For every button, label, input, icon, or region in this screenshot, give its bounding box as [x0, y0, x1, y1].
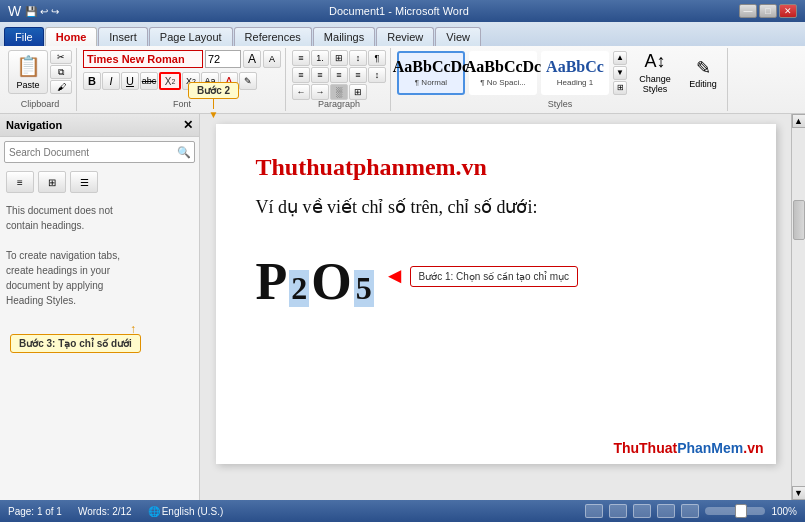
step2-arrow-line: [213, 99, 214, 109]
window-title: Document1 - Microsoft Word: [59, 5, 739, 17]
style-heading1-label: Heading 1: [557, 78, 593, 87]
style-heading1-text: AaBbCc: [546, 58, 604, 76]
paste-icon: 📋: [16, 54, 41, 78]
scroll-thumb[interactable]: [793, 200, 805, 240]
main-area: Navigation ✕ 🔍 ≡ ⊞ ☰ This document does …: [0, 114, 805, 500]
clipboard-label: Clipboard: [21, 99, 60, 109]
highlight-button[interactable]: ✎: [239, 72, 257, 90]
tab-file[interactable]: File: [4, 27, 44, 46]
title-bar-left: W 💾 ↩ ↪: [8, 3, 59, 19]
words-status: Words: 2/12: [78, 506, 132, 517]
navigation-panel: Navigation ✕ 🔍 ≡ ⊞ ☰ This document does …: [0, 114, 200, 500]
nav-close-btn[interactable]: ✕: [183, 118, 193, 132]
scroll-down-btn[interactable]: ▼: [792, 486, 806, 500]
align-right-button[interactable]: ≡: [330, 67, 348, 83]
increase-indent-btn[interactable]: →: [311, 84, 329, 100]
doc-page: Thuthuatphanmem.vn Ví dụ về viết chỉ số …: [216, 124, 776, 464]
sort-button[interactable]: ↕: [349, 50, 367, 66]
align-center-button[interactable]: ≡: [311, 67, 329, 83]
format-painter-button[interactable]: 🖌: [50, 80, 72, 94]
decrease-indent-btn[interactable]: ←: [292, 84, 310, 100]
change-styles-label: ChangeStyles: [639, 74, 671, 94]
search-input[interactable]: [5, 145, 174, 160]
italic-button[interactable]: I: [102, 72, 120, 90]
style-no-spacing-label: ¶ No Spaci...: [480, 78, 526, 87]
view-draft-btn[interactable]: [681, 504, 699, 518]
copy-button[interactable]: ⧉: [50, 65, 72, 79]
tab-home[interactable]: Home: [45, 27, 98, 46]
tab-review[interactable]: Review: [376, 27, 434, 46]
nav-view-pages[interactable]: ⊞: [38, 171, 66, 193]
step1-area: ◄ Bước 1: Chọn số cần tạo chỉ mục: [384, 263, 578, 289]
close-btn[interactable]: ✕: [779, 4, 797, 18]
editing-button[interactable]: ✎ Editing: [683, 51, 723, 95]
font-name-box[interactable]: Times New Roman: [83, 50, 203, 68]
watermark-text-1: ThuThuat: [613, 440, 677, 456]
tab-view[interactable]: View: [435, 27, 481, 46]
style-heading1[interactable]: AaBbCc Heading 1: [541, 51, 609, 95]
style-no-spacing[interactable]: AaBbCcDc ¶ No Spaci...: [469, 51, 537, 95]
change-styles-button[interactable]: A↕ ChangeStyles: [631, 51, 679, 95]
cut-button[interactable]: ✂: [50, 50, 72, 64]
doc-area[interactable]: Thuthuatphanmem.vn Ví dụ về viết chỉ số …: [200, 114, 791, 500]
decrease-font-btn[interactable]: A: [263, 50, 281, 68]
view-web-btn[interactable]: [633, 504, 651, 518]
chem-5: 5: [354, 270, 374, 307]
view-outline-btn[interactable]: [657, 504, 675, 518]
language-status: 🌐 English (U.S.): [148, 506, 224, 517]
zoom-slider[interactable]: [705, 507, 765, 515]
bold-button[interactable]: B: [83, 72, 101, 90]
show-hide-button[interactable]: ¶: [368, 50, 386, 66]
view-full-screen-btn[interactable]: [609, 504, 627, 518]
scroll-up-btn[interactable]: ▲: [792, 114, 806, 128]
tab-mailings[interactable]: Mailings: [313, 27, 375, 46]
watermark-text-3: .vn: [743, 440, 763, 456]
tab-references[interactable]: References: [234, 27, 312, 46]
ribbon-toolbar: 📋 Paste ✂ ⧉ 🖌 Clipboard Times New Roman …: [0, 46, 805, 114]
strikethrough-button[interactable]: abc: [140, 72, 158, 90]
paragraph-group: ≡ 1. ⊞ ↕ ¶ ≡ ≡ ≡ ≡ ↕ ← → ░ ⊞: [288, 48, 391, 111]
tab-insert[interactable]: Insert: [98, 27, 148, 46]
bullets-button[interactable]: ≡: [292, 50, 310, 66]
borders-button[interactable]: ⊞: [349, 84, 367, 100]
subscript-button[interactable]: X2: [159, 72, 181, 90]
nav-no-headings-2: contain headings.: [6, 218, 193, 233]
style-down-btn[interactable]: ▼: [613, 66, 627, 80]
minimize-btn[interactable]: —: [739, 4, 757, 18]
paste-label: Paste: [16, 80, 39, 90]
nav-header: Navigation ✕: [0, 114, 199, 137]
style-up-btn[interactable]: ▲: [613, 51, 627, 65]
status-right: 100%: [585, 504, 797, 518]
style-more-btn[interactable]: ⊞: [613, 81, 627, 95]
indent-row: ← → ░ ⊞: [292, 84, 386, 100]
style-normal[interactable]: AaBbCcDc ¶ Normal: [397, 51, 465, 95]
zoom-thumb[interactable]: [735, 504, 747, 518]
line-spacing-button[interactable]: ↕: [368, 67, 386, 83]
ribbon-tabs: File Home Insert Page Layout References …: [0, 22, 805, 46]
window-controls: — □ ✕: [739, 4, 797, 18]
paragraph-buttons: ≡ 1. ⊞ ↕ ¶ ≡ ≡ ≡ ≡ ↕ ← → ░ ⊞: [292, 50, 386, 100]
underline-button[interactable]: U: [121, 72, 139, 90]
numbering-button[interactable]: 1.: [311, 50, 329, 66]
view-print-btn[interactable]: [585, 504, 603, 518]
styles-label: Styles: [548, 99, 573, 109]
font-size-box[interactable]: 72: [205, 50, 241, 68]
font-format-row: B I U abc X2 X2 Aa A ✎: [83, 72, 281, 90]
justify-button[interactable]: ≡: [349, 67, 367, 83]
shading-button[interactable]: ░: [330, 84, 348, 100]
maximize-btn[interactable]: □: [759, 4, 777, 18]
search-button[interactable]: 🔍: [174, 142, 194, 162]
clipboard-group: 📋 Paste ✂ ⧉ 🖌 Clipboard: [4, 48, 77, 111]
scroll-track[interactable]: [792, 128, 805, 486]
nav-view-results[interactable]: ☰: [70, 171, 98, 193]
clipboard-small-buttons: ✂ ⧉ 🖌: [50, 50, 72, 94]
paste-button[interactable]: 📋 Paste: [8, 50, 48, 94]
multilevel-button[interactable]: ⊞: [330, 50, 348, 66]
align-left-button[interactable]: ≡: [292, 67, 310, 83]
nav-view-headings[interactable]: ≡: [6, 171, 34, 193]
tab-page-layout[interactable]: Page Layout: [149, 27, 233, 46]
nav-view-buttons: ≡ ⊞ ☰: [0, 167, 199, 197]
font-name-value: Times New Roman: [87, 53, 185, 65]
increase-font-btn[interactable]: A: [243, 50, 261, 68]
editing-label: Editing: [689, 79, 717, 89]
